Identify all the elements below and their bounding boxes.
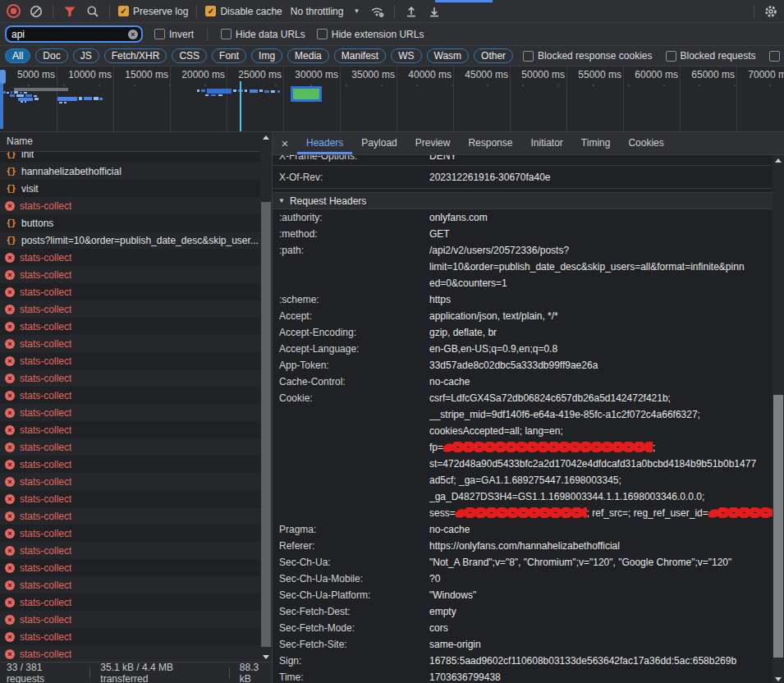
disable-cache-checkbox[interactable]: ✓ Disable cache — [205, 6, 282, 17]
header-value-line: gzip, deflate, br — [429, 324, 773, 341]
network-conditions-button[interactable] — [369, 3, 386, 20]
request-headers-section[interactable]: ▼ Request Headers — [273, 192, 773, 209]
header-value-line: ad5cf; _ga=GA1.1.689275447.1698003345; — [429, 472, 773, 488]
clear-button[interactable] — [28, 3, 44, 20]
filter-pill-font[interactable]: Font — [212, 48, 246, 63]
request-row[interactable]: ×stats-collect — [0, 421, 260, 438]
request-row[interactable]: ×stats-collect — [0, 456, 260, 473]
filter-pill-wasm[interactable]: Wasm — [427, 48, 470, 63]
headers-content[interactable]: X-Frame-Options: DENY X-Of-Rev: 20231226… — [273, 155, 784, 683]
request-row[interactable]: ×stats-collect — [0, 266, 260, 283]
tab-headers[interactable]: Headers — [297, 132, 352, 154]
request-row[interactable]: ×stats-collect — [0, 335, 260, 352]
filter-pill-manifest[interactable]: Manifest — [334, 48, 386, 63]
scrollbar-thumb[interactable] — [773, 395, 783, 658]
header-key: Time: — [273, 669, 429, 683]
timeline-tick-label: 15000 ms — [116, 69, 168, 80]
filter-pill-img[interactable]: Img — [251, 48, 282, 63]
header-key: Sign: — [273, 653, 429, 669]
request-row[interactable]: {}posts?limit=10&order=publish_date_desc… — [0, 231, 260, 249]
filter-pill-css[interactable]: CSS — [172, 48, 207, 63]
settings-button[interactable] — [763, 3, 779, 20]
filter-pill-doc[interactable]: Doc — [35, 48, 67, 63]
name-column-header[interactable]: Name — [0, 132, 260, 152]
filter-button[interactable] — [62, 3, 78, 20]
import-har-button[interactable] — [403, 3, 420, 20]
timeline-gridline — [170, 66, 171, 131]
hide-extension-urls-checkbox[interactable]: Hide extension URLs — [317, 29, 424, 40]
request-row[interactable]: {}init — [0, 152, 260, 163]
request-row[interactable]: {}visit — [0, 180, 260, 197]
request-row[interactable]: ×stats-collect — [0, 438, 260, 456]
request-row[interactable]: ×stats-collect — [0, 387, 260, 404]
request-row[interactable]: ×stats-collect — [0, 594, 260, 611]
invert-checkbox[interactable]: Invert — [154, 29, 194, 40]
request-row[interactable]: ×stats-collect — [0, 611, 260, 628]
request-row[interactable]: ×stats-collect — [0, 283, 260, 300]
request-row[interactable]: ×stats-collect — [0, 473, 260, 490]
scrollbar-thumb[interactable] — [261, 202, 271, 647]
clear-filter-icon[interactable]: × — [128, 30, 138, 39]
request-row[interactable]: ×stats-collect — [0, 352, 260, 369]
blocked-requests-checkbox[interactable]: Blocked requests — [666, 50, 756, 62]
scroll-up-icon[interactable] — [773, 155, 784, 165]
request-row[interactable]: ×stats-collect — [0, 404, 260, 421]
tab-preview[interactable]: Preview — [406, 132, 460, 154]
request-row[interactable]: ×stats-collect — [0, 576, 260, 594]
filter-pill-js[interactable]: JS — [73, 48, 99, 63]
record-button[interactable] — [5, 3, 21, 20]
tab-cookies[interactable]: Cookies — [619, 132, 672, 154]
request-name: stats-collect — [20, 390, 71, 401]
scrollbar-track[interactable] — [773, 165, 784, 674]
request-row[interactable]: ×stats-collect — [0, 525, 260, 542]
overview-left-grip[interactable] — [0, 70, 6, 84]
filter-pill-ws[interactable]: WS — [391, 48, 421, 63]
filter-pill-all[interactable]: All — [5, 48, 30, 63]
request-row[interactable]: ×stats-collect — [0, 249, 260, 266]
request-row[interactable]: ×stats-collect — [0, 645, 260, 662]
export-har-button[interactable] — [426, 3, 442, 20]
request-row[interactable]: ×stats-collect — [0, 197, 260, 214]
timeline-overview[interactable]: 5000 ms10000 ms15000 ms20000 ms25000 ms3… — [0, 66, 784, 132]
preserve-log-checkbox[interactable]: ✓ Preserve log — [118, 6, 188, 17]
header-value-text: fp= — [429, 442, 443, 453]
scroll-down-icon[interactable] — [773, 674, 784, 683]
timeline-tick-label: 50000 ms — [512, 69, 565, 80]
request-row[interactable]: {}buttons — [0, 214, 260, 231]
blocked-response-cookies-checkbox[interactable]: Blocked response cookies — [523, 50, 652, 62]
detail-scrollbar[interactable] — [773, 155, 784, 683]
request-name: stats-collect — [20, 373, 71, 384]
search-button[interactable] — [85, 3, 101, 20]
scrollbar-track[interactable] — [260, 142, 272, 652]
tab-initiator[interactable]: Initiator — [521, 132, 571, 154]
close-icon[interactable]: × — [273, 132, 297, 154]
request-row[interactable]: ×stats-collect — [0, 559, 260, 576]
filter-pill-fetch-xhr[interactable]: Fetch/XHR — [104, 48, 167, 63]
filter-pill-media[interactable]: Media — [287, 48, 329, 63]
header-value-line: onlyfans.com — [429, 209, 773, 226]
header-key: Cookie: — [273, 390, 429, 521]
throttling-dropdown[interactable]: No throttling — [291, 6, 344, 17]
filter-pill-other[interactable]: Other — [474, 48, 513, 63]
tab-timing[interactable]: Timing — [572, 132, 620, 154]
request-row[interactable]: ×stats-collect — [0, 507, 260, 525]
request-row[interactable]: ×stats-collect — [0, 628, 260, 645]
error-icon: × — [5, 563, 15, 573]
request-row[interactable]: ×stats-collect — [0, 300, 260, 318]
request-row[interactable]: {}hannahelizabethofficial — [0, 163, 260, 180]
scroll-down-icon[interactable] — [260, 652, 272, 662]
request-row[interactable]: ×stats-collect — [0, 542, 260, 559]
request-list-scrollbar[interactable] — [260, 132, 272, 662]
request-row[interactable]: ×stats-collect — [0, 490, 260, 507]
scroll-up-icon[interactable] — [260, 132, 272, 142]
waterfall-bar — [11, 91, 12, 94]
tab-payload[interactable]: Payload — [352, 132, 406, 154]
request-row[interactable]: ×stats-collect — [0, 318, 260, 335]
hide-data-urls-checkbox[interactable]: Hide data URLs — [221, 29, 305, 40]
header-value-line: "Not_A Brand";v="8", "Chromium";v="120",… — [429, 554, 773, 571]
tab-response[interactable]: Response — [459, 132, 521, 154]
filter-text-input[interactable] — [5, 25, 143, 43]
3rd-party-requests-checkbox[interactable]: 3rd-party requests — [769, 50, 784, 62]
chevron-down-icon[interactable]: ▼ — [353, 7, 360, 15]
request-row[interactable]: ×stats-collect — [0, 369, 260, 387]
